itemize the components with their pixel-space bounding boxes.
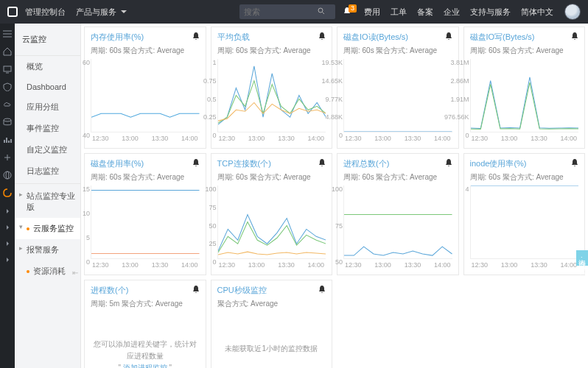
rail-expand-icon[interactable]	[7, 225, 9, 230]
card-title[interactable]: CPU秒级监控	[217, 285, 267, 296]
x-tick: 12:30	[345, 135, 362, 142]
products-label: 产品与服务	[76, 7, 116, 16]
caret-down-icon	[121, 7, 127, 16]
notifications[interactable]: 3	[343, 7, 351, 18]
card-title[interactable]: 进程总数(个)	[343, 158, 389, 169]
card-subtitle: 周期: 60s 聚合方式: Average	[91, 46, 200, 56]
menu-resource[interactable]: 资源消耗	[15, 261, 80, 282]
menu-event[interactable]: 事件监控	[15, 118, 80, 139]
chart-card: 磁盘IO写(Bytes/s)周期: 60s 聚合方式: Average3.81M…	[463, 26, 586, 149]
menu-dashboard[interactable]: Dashboard	[15, 77, 80, 96]
rail-monitor-icon[interactable]	[3, 65, 12, 74]
workorder-link[interactable]: 工单	[391, 7, 407, 18]
feedback-tab[interactable]: 咨询·建议	[576, 250, 588, 266]
panel-title: 云监控	[15, 24, 80, 56]
menu-alert[interactable]: ▸报警服务	[15, 239, 80, 261]
x-tick: 13:30	[152, 261, 169, 269]
search-box[interactable]	[239, 4, 335, 19]
card-title[interactable]: 磁盘IO写(Bytes/s)	[470, 32, 535, 43]
card-title[interactable]: 平均负载	[217, 32, 250, 43]
card-title[interactable]: 进程数(个)	[91, 285, 128, 296]
beian-link[interactable]: 备案	[417, 7, 433, 18]
add-process-link[interactable]: 添加进程监控	[123, 364, 167, 368]
card-title[interactable]: TCP连接数(个)	[217, 158, 271, 169]
avatar[interactable]	[564, 4, 581, 20]
menu-label: 报警服务	[27, 245, 59, 254]
x-tick: 14:00	[434, 135, 451, 142]
rail-expand-icon[interactable]	[7, 258, 9, 262]
line-chart: 1007550250	[217, 185, 326, 259]
rail-globe-icon[interactable]	[3, 171, 12, 180]
rail-active-icon[interactable]	[3, 188, 12, 197]
rail-expand-icon[interactable]	[7, 209, 9, 213]
card-bell-icon[interactable]	[318, 286, 326, 295]
menu-custom[interactable]: 自定义监控	[15, 139, 80, 160]
support-link[interactable]: 支持与服务	[470, 7, 511, 18]
products-link[interactable]: 产品与服务	[76, 7, 127, 18]
side-panel: 云监控 概览 Dashboard 应用分组 事件监控 自定义监控 日志监控 ▸站…	[15, 24, 81, 368]
rail-security-icon[interactable]	[3, 82, 12, 91]
dot-icon	[27, 227, 29, 230]
rail-menu-icon[interactable]	[3, 29, 12, 38]
menu-label: 云服务监控	[33, 224, 74, 233]
card-subtitle: 周期: 60s 聚合方式: Average	[217, 46, 326, 56]
x-tick: 13:00	[248, 261, 265, 269]
card-title[interactable]: 内存使用率(%)	[91, 32, 144, 43]
card-bell-icon[interactable]	[445, 159, 452, 169]
card-bell-icon[interactable]	[192, 32, 200, 42]
menu-overview[interactable]: 概览	[15, 56, 80, 77]
x-tick: 13:00	[122, 261, 139, 269]
rail-cross-icon[interactable]	[3, 153, 12, 162]
card-title[interactable]: 磁盘IO读(Bytes/s)	[343, 32, 408, 43]
x-tick: 14:00	[560, 135, 577, 142]
rail-home-icon[interactable]	[3, 47, 12, 56]
empty-cpu: 未能获取近1小时的监控数据	[217, 312, 326, 368]
card-bell-icon[interactable]	[318, 32, 326, 42]
x-tick: 13:30	[278, 135, 295, 142]
menu-cloudservice[interactable]: ▾云服务监控	[15, 218, 80, 239]
rail-cloud-icon[interactable]	[3, 100, 12, 109]
console-link[interactable]: 管理控制台	[25, 7, 66, 18]
line-chart: 6040	[91, 59, 200, 132]
x-tick: 14:00	[307, 261, 324, 269]
search-input[interactable]	[244, 7, 318, 16]
rail-expand-icon[interactable]	[7, 241, 9, 246]
card-title[interactable]: inode使用率(%)	[470, 158, 527, 169]
svg-point-0	[318, 8, 323, 13]
x-tick: 14:00	[307, 135, 324, 142]
x-tick: 12:30	[472, 135, 489, 142]
menu-log[interactable]: 日志监控	[15, 160, 80, 182]
fee-link[interactable]: 费用	[364, 7, 380, 18]
search-icon[interactable]	[318, 7, 325, 17]
card-subtitle: 周期: 60s 聚合方式: Average	[343, 46, 452, 56]
card-bell-icon[interactable]	[318, 159, 326, 169]
card-title[interactable]: 磁盘使用率(%)	[91, 158, 144, 169]
card-bell-icon[interactable]	[445, 32, 452, 42]
card-bell-icon[interactable]	[192, 286, 200, 295]
x-tick: 13:30	[405, 261, 421, 269]
card-bell-icon[interactable]	[571, 32, 578, 42]
chart-card: inode使用率(%)周期: 60s 聚合方式: Average412:3013…	[463, 153, 586, 275]
chart-card: TCP连接数(个)周期: 60s 聚合方式: Average1007550250…	[211, 153, 333, 275]
chart-card: CPU秒级监控聚合方式: Average未能获取近1小时的监控数据	[211, 280, 333, 368]
x-tick: 12:30	[92, 135, 109, 142]
line-chart: 151050	[91, 185, 200, 259]
brand-logo-icon[interactable]	[7, 7, 18, 17]
rail-database-icon[interactable]	[3, 118, 12, 127]
card-subtitle: 周期: 60s 聚合方式: Average	[470, 46, 579, 56]
menu-appgroup[interactable]: 应用分组	[15, 96, 80, 118]
empty-process: 您可以添加进程关键字，统计对应进程数量" 添加进程监控 "	[91, 312, 200, 368]
chart-card: 进程总数(个)周期: 60s 聚合方式: Average100755012:30…	[337, 153, 459, 275]
card-bell-icon[interactable]	[571, 159, 578, 169]
x-tick: 14:00	[181, 135, 198, 142]
x-tick: 12:30	[219, 135, 236, 142]
panel-collapse-icon[interactable]: ⇤	[72, 269, 78, 277]
x-tick: 13:00	[374, 261, 391, 269]
svg-line-1	[323, 13, 325, 15]
card-bell-icon[interactable]	[192, 159, 200, 169]
lang-link[interactable]: 简体中文	[521, 7, 553, 18]
enterprise-link[interactable]: 企业	[444, 7, 460, 18]
rail-analytics-icon[interactable]	[3, 135, 12, 144]
menu-site[interactable]: ▸站点监控专业版	[15, 185, 80, 218]
notif-badge: 3	[349, 4, 357, 13]
